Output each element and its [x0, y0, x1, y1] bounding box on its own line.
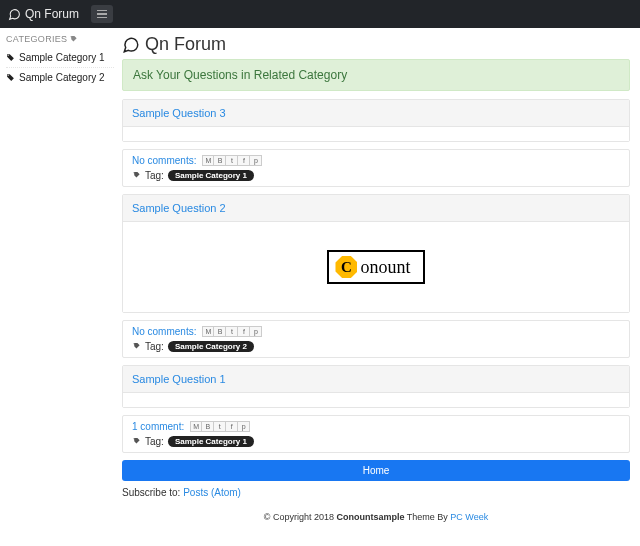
sidebar-item-category[interactable]: Sample Category 2 [6, 67, 114, 87]
subscribe-line: Subscribe to: Posts (Atom) [122, 487, 630, 498]
post-header: Sample Question 3 [123, 100, 629, 127]
pinterest-icon[interactable]: p [250, 155, 262, 166]
blogger-icon[interactable]: B [214, 155, 226, 166]
pinterest-icon[interactable]: p [238, 421, 250, 432]
sidebar-item-category[interactable]: Sample Category 1 [6, 48, 114, 67]
tag-label: Tag: [145, 436, 164, 447]
twitter-icon[interactable]: t [226, 155, 238, 166]
post-card: Sample Question 2Conount [122, 194, 630, 313]
tag-pill[interactable]: Sample Category 1 [168, 436, 254, 447]
post-card: Sample Question 3 [122, 99, 630, 142]
tag-icon [6, 73, 15, 82]
post-title-link[interactable]: Sample Question 1 [132, 373, 226, 385]
category-list: Sample Category 1 Sample Category 2 [6, 48, 114, 87]
post-header: Sample Question 1 [123, 366, 629, 393]
post-header: Sample Question 2 [123, 195, 629, 222]
email-icon[interactable]: M [202, 155, 214, 166]
twitter-icon[interactable]: t [214, 421, 226, 432]
share-buttons: MBtfp [202, 326, 262, 337]
post-title-link[interactable]: Sample Question 2 [132, 202, 226, 214]
share-buttons: MBtfp [190, 421, 250, 432]
tag-icon [132, 342, 141, 351]
tag-pill[interactable]: Sample Category 2 [168, 341, 254, 352]
tag-icon [132, 171, 141, 180]
comments-link[interactable]: No comments: [132, 326, 196, 337]
share-buttons: MBtfp [202, 155, 262, 166]
chat-icon [8, 8, 21, 21]
facebook-icon[interactable]: f [238, 326, 250, 337]
post-card: Sample Question 1 [122, 365, 630, 408]
comments-link[interactable]: No comments: [132, 155, 196, 166]
tag-label: Tag: [145, 170, 164, 181]
tag-pill[interactable]: Sample Category 1 [168, 170, 254, 181]
main-content: Qn Forum Ask Your Questions in Related C… [118, 28, 640, 542]
info-banner: Ask Your Questions in Related Category [122, 59, 630, 91]
tag-icon [132, 437, 141, 446]
comments-link[interactable]: 1 comment: [132, 421, 184, 432]
post-title-link[interactable]: Sample Question 3 [132, 107, 226, 119]
tag-label: Tag: [145, 341, 164, 352]
logo-badge: C [335, 256, 357, 278]
blogger-icon[interactable]: B [214, 326, 226, 337]
footer-theme-link[interactable]: PC Week [450, 512, 488, 522]
brand-text: Qn Forum [25, 7, 79, 21]
category-label: Sample Category 2 [19, 72, 105, 83]
post-body [123, 393, 629, 407]
navbar: Qn Forum [0, 0, 640, 28]
chat-icon [122, 36, 140, 54]
subscribe-link[interactable]: Posts (Atom) [183, 487, 241, 498]
tags-icon [69, 35, 78, 44]
menu-toggle[interactable] [91, 5, 113, 23]
post-body: Conount [123, 222, 629, 312]
brand[interactable]: Qn Forum [8, 7, 79, 21]
post-meta: No comments:MBtfpTag:Sample Category 1 [122, 149, 630, 187]
category-label: Sample Category 1 [19, 52, 105, 63]
email-icon[interactable]: M [202, 326, 214, 337]
home-button[interactable]: Home [122, 460, 630, 481]
facebook-icon[interactable]: f [238, 155, 250, 166]
pinterest-icon[interactable]: p [250, 326, 262, 337]
post-meta: No comments:MBtfpTag:Sample Category 2 [122, 320, 630, 358]
tag-icon [6, 53, 15, 62]
post-meta: 1 comment:MBtfpTag:Sample Category 1 [122, 415, 630, 453]
logo-text: onount [360, 257, 410, 278]
categories-header: CATEGORIES [6, 34, 114, 44]
twitter-icon[interactable]: t [226, 326, 238, 337]
email-icon[interactable]: M [190, 421, 202, 432]
blogger-icon[interactable]: B [202, 421, 214, 432]
sidebar: CATEGORIES Sample Category 1 Sample Cate… [0, 28, 118, 542]
page-title: Qn Forum [122, 34, 630, 55]
post-image: Conount [327, 250, 424, 284]
post-body [123, 127, 629, 141]
facebook-icon[interactable]: f [226, 421, 238, 432]
footer: © Copyright 2018 Conountsample Theme By … [122, 508, 630, 532]
